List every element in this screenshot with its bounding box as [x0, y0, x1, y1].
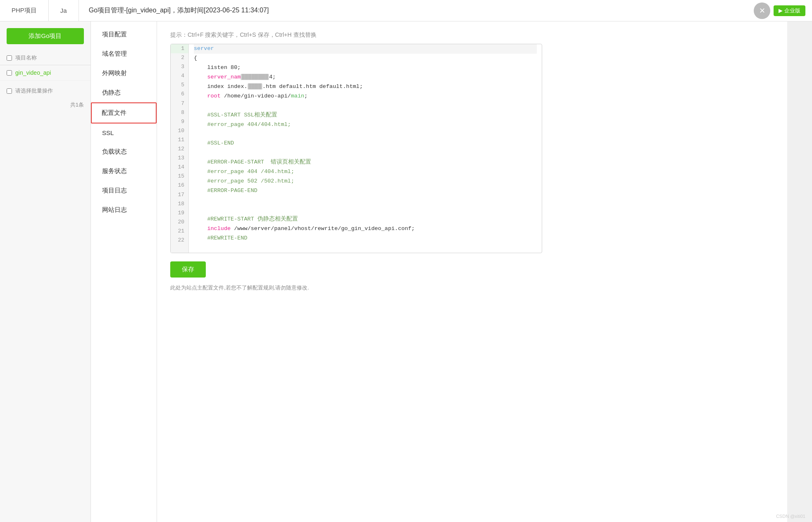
enterprise-icon: ▶	[779, 7, 783, 14]
batch-checkbox[interactable]	[7, 88, 12, 94]
menu-item-config-file[interactable]: 配置文件	[91, 102, 157, 123]
line-num-16: 16	[171, 181, 188, 190]
line-num-18: 18	[171, 199, 188, 209]
batch-select-label: 请选择批量操作	[15, 87, 53, 95]
line-num-7: 7	[171, 99, 188, 108]
line-num-1: 1	[171, 44, 188, 53]
line-numbers: 1 2 3 4 5 6 7 8 9 10 11 12 13 14 15 16 1	[171, 44, 189, 253]
code-line-19: #REWRITE-START 伪静态相关配置	[194, 215, 537, 224]
line-num-14: 14	[171, 163, 188, 172]
line-num-20: 20	[171, 218, 188, 227]
select-all-checkbox[interactable]	[7, 55, 12, 61]
code-line-4: server_nam████████4;	[194, 73, 537, 82]
line-num-5: 5	[171, 81, 188, 90]
right-space	[787, 21, 812, 522]
code-line-15: #error_page 502 /502.html;	[194, 177, 537, 186]
add-go-project-button[interactable]: 添加Go项目	[7, 28, 84, 44]
project-name-header: 项目名称	[15, 54, 37, 62]
menu-item-pseudo-static[interactable]: 伪静态	[91, 83, 157, 102]
code-line-3: listen 80;	[194, 63, 537, 73]
line-num-10: 10	[171, 126, 188, 135]
line-num-8: 8	[171, 108, 188, 117]
enterprise-label: 企业版	[784, 7, 800, 14]
line-num-12: 12	[171, 145, 188, 154]
code-line-12	[194, 148, 537, 158]
code-line-17	[194, 196, 537, 205]
top-bar: PHP项目 Ja Go项目管理-[gin_video_api]，添加时间[202…	[0, 0, 812, 21]
project-checkbox[interactable]	[7, 70, 12, 76]
editor-hint: 提示：Ctrl+F 搜索关键字，Ctrl+S 保存，Ctrl+H 查找替换	[170, 31, 774, 39]
code-line-21: #REWRITE-END	[194, 234, 537, 243]
menu-item-load-status[interactable]: 负载状态	[91, 142, 157, 161]
code-editor[interactable]: 1 2 3 4 5 6 7 8 9 10 11 12 13 14 15 16 1	[170, 44, 542, 253]
sidebar-mid: 项目配置 域名管理 外网映射 伪静态 配置文件 SSL 负载状态 服务状态 项目…	[91, 21, 157, 522]
code-line-8: #SSL-START SSL相关配置	[194, 111, 537, 120]
line-num-17: 17	[171, 190, 188, 199]
line-num-3: 3	[171, 62, 188, 71]
tab-ja[interactable]: Ja	[49, 0, 79, 21]
menu-item-domain[interactable]: 域名管理	[91, 44, 157, 64]
page-title: Go项目管理-[gin_video_api]，添加时间[2023-06-25 1…	[79, 6, 754, 15]
main-content: 提示：Ctrl+F 搜索关键字，Ctrl+S 保存，Ctrl+H 查找替换 1 …	[157, 21, 787, 522]
code-line-7	[194, 101, 537, 111]
code-line-10	[194, 129, 537, 139]
menu-item-external-mapping[interactable]: 外网映射	[91, 64, 157, 83]
line-num-21: 21	[171, 227, 188, 236]
code-line-5: index index.████.htm default.htm default…	[194, 82, 537, 92]
tab-group: PHP项目 Ja	[0, 0, 79, 21]
code-line-22	[194, 243, 537, 253]
batch-select-row: 请选择批量操作	[7, 84, 84, 98]
line-num-11: 11	[171, 135, 188, 145]
menu-item-service-status[interactable]: 服务状态	[91, 161, 157, 181]
line-num-6: 6	[171, 90, 188, 99]
project-row[interactable]: gin_video_api	[0, 65, 90, 81]
count-label: 共1条	[0, 98, 90, 112]
code-line-9: #error_page 404/404.html;	[194, 120, 537, 130]
code-line-20: include /www/server/panel/vhost/rewrite/…	[194, 224, 537, 234]
line-num-22: 22	[171, 236, 188, 245]
sidebar-left: 添加Go项目 项目名称 gin_video_api 请选择批量操作 共1条	[0, 21, 91, 522]
code-content[interactable]: server { listen 80; server_nam████████4;…	[189, 44, 542, 253]
tab-php[interactable]: PHP项目	[0, 0, 49, 21]
close-button[interactable]: ✕	[754, 2, 770, 19]
menu-item-project-log[interactable]: 项目日志	[91, 181, 157, 200]
project-name: gin_video_api	[15, 69, 51, 76]
menu-item-website-log[interactable]: 网站日志	[91, 200, 157, 220]
code-line-13: #ERROR-PAGE-START 错误页相关配置	[194, 158, 537, 167]
code-line-2: {	[194, 54, 537, 63]
code-line-18	[194, 205, 537, 215]
enterprise-badge: ▶ 企业版	[774, 5, 805, 16]
save-button[interactable]: 保存	[170, 261, 206, 278]
code-line-6: root /home/gin-video-api/main;	[194, 92, 537, 101]
code-line-11: #SSL-END	[194, 139, 537, 148]
project-table-header: 项目名称	[0, 51, 90, 65]
code-line-16: #ERROR-PAGE-END	[194, 186, 537, 196]
line-num-4: 4	[171, 71, 188, 81]
line-num-15: 15	[171, 172, 188, 181]
line-num-9: 9	[171, 117, 188, 126]
menu-item-project-config[interactable]: 项目配置	[91, 25, 157, 44]
footer-hint: 此处为站点主配置文件,若您不了解配置规则,请勿随意修改.	[170, 284, 774, 292]
code-editor-inner[interactable]: 1 2 3 4 5 6 7 8 9 10 11 12 13 14 15 16 1	[171, 44, 542, 253]
code-line-1: server	[194, 44, 537, 54]
batch-select-area: 请选择批量操作	[7, 84, 84, 98]
menu-item-ssl[interactable]: SSL	[91, 123, 157, 142]
line-num-13: 13	[171, 154, 188, 163]
code-line-14: #error_page 404 /404.html;	[194, 167, 537, 177]
main-layout: 添加Go项目 项目名称 gin_video_api 请选择批量操作 共1条 项目…	[0, 21, 812, 522]
line-num-19: 19	[171, 209, 188, 218]
line-num-2: 2	[171, 53, 188, 62]
